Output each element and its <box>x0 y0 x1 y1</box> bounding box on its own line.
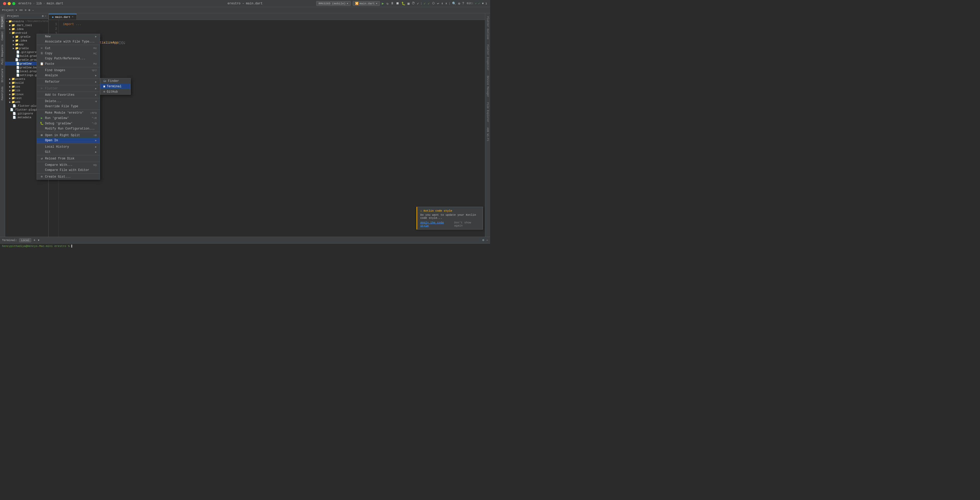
notification-dismiss-link[interactable]: Don't show again <box>454 221 480 227</box>
menu-debug-gradlew[interactable]: 🐛 Debug 'gradlew' ⌃⇧D <box>37 121 100 126</box>
breadcrumb-file[interactable]: main.dart <box>46 2 63 5</box>
menu-analyze-left: Analyze <box>40 74 58 77</box>
settings-icon[interactable]: ⚙ <box>458 1 461 6</box>
right-tab-flutter-outline[interactable]: Flutter Outline <box>485 14 490 41</box>
left-tab-commit[interactable]: Commit <box>0 29 5 43</box>
stop-icon[interactable]: ⏹ <box>396 1 400 6</box>
panel-close-icon[interactable]: – <box>45 14 46 18</box>
run-button[interactable]: ▶ <box>382 1 384 6</box>
git-check2-icon[interactable]: ✓ <box>427 1 430 6</box>
idea2-chevron-icon: ▶ <box>13 39 14 42</box>
menu-debug-icon: 🐛 <box>40 121 43 126</box>
notification-title-text: Kotlin code style <box>424 209 452 212</box>
menu-gist-label: Create Gist... <box>45 175 71 178</box>
menu-associate-file-type[interactable]: Associate with File Type... <box>37 39 100 44</box>
terminal-dropdown-icon[interactable]: ▾ <box>38 238 40 242</box>
menu-modify-run-config[interactable]: Modify Run Configuration... <box>37 126 100 131</box>
help-icon[interactable]: ? <box>462 1 465 6</box>
menu-override-file-type[interactable]: Override File Type <box>37 104 100 109</box>
build-chevron-icon: ▶ <box>9 81 11 84</box>
indent-icon[interactable]: ≡≡ <box>19 9 22 12</box>
tree-root[interactable]: ▾ 📁 erestro ~/Documents/erestro <box>5 19 48 23</box>
code-content[interactable]: import ... ▶ void main() async { runApp(… <box>59 20 485 237</box>
menu-make-module[interactable]: Make Module 'erestro' ⇧⌘F9 <box>37 110 100 115</box>
menu-cut[interactable]: ✂ Cut ⌘X <box>37 46 100 51</box>
code-editor[interactable]: 1 2 3 4 5 6 import ... ▶ void main() asy… <box>49 20 485 237</box>
search-icon[interactable]: 🔍 <box>452 1 457 6</box>
git-revert-icon[interactable]: ↩ <box>437 1 440 6</box>
minimize-panel-icon[interactable]: – <box>32 9 34 12</box>
submenu-terminal[interactable]: ▣ Terminal <box>100 84 130 89</box>
submenu-github[interactable]: ⊙ GitHub <box>100 89 130 94</box>
terminal-settings-icon[interactable]: ⚙ <box>482 238 484 242</box>
menu-git[interactable]: Git ▶ <box>37 150 100 154</box>
commit-icon[interactable]: ✓ <box>417 1 420 6</box>
idea-chevron-icon: ▶ <box>9 28 11 31</box>
git-check-icon[interactable]: ✓ <box>423 1 426 6</box>
menu-paste[interactable]: 📋 Paste ⌘V <box>37 61 100 67</box>
menu-run-gradlew[interactable]: ▶ Run 'gradlew' ⌃⇧R <box>37 115 100 121</box>
left-tab-structure[interactable]: Structure <box>0 67 5 84</box>
terminal-content: hencypithadiya@Hencys-Mac-mini erestro %… <box>0 244 490 250</box>
tree-idea[interactable]: ▶ 📁 .idea <box>5 27 48 31</box>
menu-compare-editor[interactable]: Compare File with Editor <box>37 167 100 173</box>
menu-open-in[interactable]: Open In ▶ <box>37 138 100 143</box>
menu-cut-label: Cut <box>45 46 51 50</box>
metadata-label: .metadata <box>16 116 31 119</box>
tab-dart-icon: ◆ <box>52 15 54 19</box>
panel-gear-icon[interactable]: ⚙ <box>42 14 44 18</box>
collapse-icon[interactable]: ≡ <box>25 9 27 12</box>
left-tab-pullrequests[interactable]: Pull Requests <box>0 43 5 67</box>
terminal-add-icon[interactable]: + <box>33 238 35 242</box>
close-button[interactable] <box>3 2 6 5</box>
menu-copy-path[interactable]: Copy Path/Reference... <box>37 56 100 61</box>
menu-refactor[interactable]: Refactor ▶ <box>37 79 100 84</box>
menu-copy[interactable]: ⎘ Copy ⌘C <box>37 51 100 56</box>
code-line-2 <box>63 27 485 31</box>
menu-new[interactable]: New ▶ <box>37 34 100 39</box>
notification-apply-link[interactable]: Apply the code style <box>420 221 452 227</box>
refresh-icon[interactable]: ↻ <box>386 1 389 6</box>
pause-icon[interactable]: ⏸ <box>390 1 395 6</box>
left-tab-favorites[interactable]: Favorites <box>0 84 5 102</box>
breadcrumb-project[interactable]: erestro <box>18 2 31 5</box>
branch-name: main.dart <box>360 2 375 5</box>
editor-tab-main-dart[interactable]: ◆ main.dart × <box>49 14 77 20</box>
settings-icon2[interactable]: ⚙ <box>29 8 30 12</box>
tab-close-icon[interactable]: × <box>72 16 73 18</box>
menu-delete[interactable]: Delete... ⌫ <box>37 99 100 104</box>
menu-local-history[interactable]: Local History ▶ <box>37 144 100 150</box>
tree-dart-tool[interactable]: ▶ 📁 .dart_tool <box>5 23 48 27</box>
git-fetch-icon[interactable]: ⬇ <box>445 1 448 6</box>
debug-icon[interactable]: 🐛 <box>401 1 406 6</box>
profile-icon[interactable]: ⏱ <box>411 1 415 6</box>
menu-flutter[interactable]: ⊳ Flutter ▶ <box>37 86 100 91</box>
notification-actions: Apply the code style Don't show again <box>420 221 480 227</box>
menu-analyze[interactable]: Analyze ▶ <box>37 73 100 78</box>
right-tab-adb[interactable]: ADB Wi-Fi <box>485 126 490 143</box>
menu-create-gist[interactable]: ⊙ Create Gist... <box>37 174 100 179</box>
menu-reload-disk[interactable]: ↺ Reload from Disk <box>37 156 100 161</box>
device-selector[interactable]: RMX3265 (mobile) ▾ <box>316 1 350 6</box>
right-tab-file-explorer[interactable]: File Explorer <box>485 100 490 124</box>
submenu-finder[interactable]: 🗂 Finder <box>100 78 130 84</box>
terminal-local-tab[interactable]: Local <box>19 238 31 242</box>
minimize-button[interactable] <box>8 2 11 5</box>
gradle-properties-icon: 📄 <box>15 58 19 61</box>
coverage-icon[interactable]: ▦ <box>407 1 410 6</box>
project-dropdown[interactable]: Project ▾ <box>2 8 17 12</box>
menu-add-favorites[interactable]: Add to Favorites ▶ <box>37 92 100 97</box>
menu-find-usages[interactable]: Find Usages ⌥F7 <box>37 68 100 73</box>
menu-compare-with[interactable]: Compare With... ⌘D <box>37 162 100 167</box>
breadcrumb-lib[interactable]: lib <box>36 2 42 5</box>
menu-copy-path-label: Copy Path/Reference... <box>45 57 86 61</box>
right-tab-device-manager[interactable]: Device Manager <box>485 74 490 99</box>
right-tab-flutter-inspector[interactable]: Flutter Inspector <box>485 43 490 73</box>
maximize-button[interactable] <box>12 2 15 5</box>
git-history-icon[interactable]: ⏲ <box>431 1 436 6</box>
menu-open-right-split[interactable]: ⊞ Open in Right Split ⇧⊞ <box>37 132 100 138</box>
branch-selector[interactable]: 🔀 main.dart ▾ <box>353 1 380 6</box>
git-push-icon[interactable]: ⬆ <box>441 1 444 6</box>
left-tab-project[interactable]: Project <box>0 14 5 29</box>
terminal-close-icon[interactable]: – <box>486 239 488 242</box>
